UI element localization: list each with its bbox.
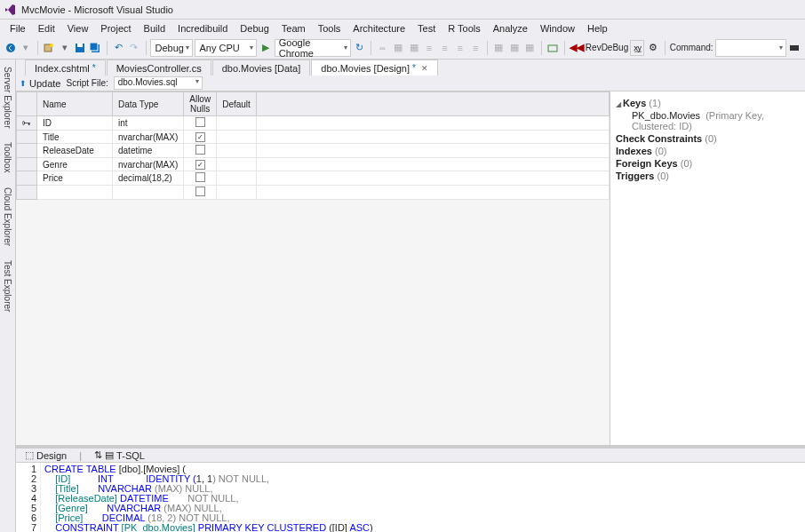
keys-header[interactable]: Keys xyxy=(623,98,646,108)
menu-rtools[interactable]: R Tools xyxy=(442,23,486,34)
gear-icon[interactable]: ⚙ xyxy=(646,40,659,56)
menu-project[interactable]: Project xyxy=(94,23,137,34)
new-project-icon[interactable] xyxy=(43,40,56,56)
save-icon[interactable] xyxy=(73,40,86,56)
sidetab-test-explorer[interactable]: Test Explorer xyxy=(3,257,12,315)
pk-icon[interactable]: 🗝 xyxy=(17,116,37,131)
col-nulls-header[interactable]: Allow Nulls xyxy=(184,92,217,116)
ext-icon[interactable] xyxy=(546,40,560,56)
cell-type[interactable]: decimal(18,2) xyxy=(113,171,184,186)
menu-window[interactable]: Window xyxy=(534,23,581,34)
checkbox[interactable]: ✓ xyxy=(195,160,205,170)
side-tool-tabs: Server Explorer Toolbox Cloud Explorer T… xyxy=(0,60,16,532)
menu-test[interactable]: Test xyxy=(411,23,442,34)
cell-default[interactable] xyxy=(217,116,257,131)
checkbox[interactable] xyxy=(195,172,205,182)
cell-name[interactable]: Title xyxy=(37,131,113,144)
menu-debug[interactable]: Debug xyxy=(234,23,275,34)
refresh-icon[interactable]: ↻ xyxy=(353,40,366,56)
col-default-header[interactable]: Default xyxy=(217,92,257,116)
triggers-header[interactable]: Triggers xyxy=(616,171,654,181)
tab-movies-data[interactable]: dbo.Movies [Data] xyxy=(212,60,311,75)
foreign-keys-header[interactable]: Foreign Keys xyxy=(616,158,678,169)
cell-name[interactable]: ID xyxy=(37,116,113,131)
undo-icon[interactable]: ↶ xyxy=(112,40,125,56)
checkbox[interactable] xyxy=(195,145,205,155)
menu-help[interactable]: Help xyxy=(581,23,614,34)
sql-icon: ▤ xyxy=(105,449,114,461)
update-button[interactable]: ⬆Update xyxy=(20,78,60,89)
xy-icon[interactable]: x͟y xyxy=(630,40,644,56)
checkbox[interactable]: ✓ xyxy=(195,132,205,142)
command-select[interactable] xyxy=(715,39,786,57)
tab-index-cshtml[interactable]: Index.cshtml* xyxy=(25,60,106,75)
scriptfile-select[interactable]: dbo.Movies.sql xyxy=(114,76,203,90)
cell-type[interactable]: nvarchar(MAX) xyxy=(113,131,184,144)
sidetab-server-explorer[interactable]: Server Explorer xyxy=(3,63,12,131)
cell-name[interactable]: Price xyxy=(37,171,113,186)
b7-icon[interactable]: ▦ xyxy=(492,40,506,56)
menu-tools[interactable]: Tools xyxy=(312,23,347,34)
close-icon[interactable]: ✕ xyxy=(421,64,428,73)
tab-tsql[interactable]: ⇅▤T-SQL xyxy=(89,449,150,461)
nav-fwd-icon[interactable]: ▾ xyxy=(19,40,32,56)
sql-code[interactable]: CREATE TABLE [dbo].[Movies] ( [ID] INT I… xyxy=(41,463,805,532)
tab-moviescontroller[interactable]: MoviesController.cs xyxy=(107,60,211,75)
tab-design[interactable]: ⬚Design xyxy=(20,449,72,461)
b8-icon[interactable]: ▦ xyxy=(507,40,521,56)
revdebug-rewind-icon[interactable]: ◀◀ xyxy=(570,40,584,56)
revdebug-label[interactable]: RevDeBug xyxy=(586,43,628,52)
sidetab-cloud-explorer[interactable]: Cloud Explorer xyxy=(3,184,12,250)
check-constraints-header[interactable]: Check Constraints xyxy=(616,133,702,144)
sql-editor[interactable]: 12345678910 CREATE TABLE [dbo].[Movies] … xyxy=(16,463,805,532)
redo-icon[interactable]: ↷ xyxy=(127,40,140,56)
checkbox[interactable] xyxy=(195,117,205,127)
vs-logo-icon xyxy=(4,4,16,16)
menubar: File Edit View Project Build Incredibuil… xyxy=(0,20,805,36)
browser-select[interactable]: Google Chrome xyxy=(275,39,351,57)
cell-default[interactable] xyxy=(217,158,257,171)
b6-icon[interactable]: ≡ xyxy=(468,40,482,56)
col-type-header[interactable]: Data Type xyxy=(113,92,184,116)
config-select[interactable]: Debug xyxy=(150,39,193,57)
menu-incredibuild[interactable]: Incredibuild xyxy=(171,23,234,34)
platform-select[interactable]: Any CPU xyxy=(195,39,257,57)
tab-movies-design[interactable]: dbo.Movies [Design]*✕ xyxy=(311,60,438,75)
update-icon: ⬆ xyxy=(20,79,27,88)
cell-default[interactable] xyxy=(217,131,257,144)
save-all-icon[interactable] xyxy=(89,40,102,56)
table-row: Title nvarchar(MAX) ✓ xyxy=(17,131,610,144)
b5-icon[interactable]: ≡ xyxy=(453,40,466,56)
nav-back-icon[interactable] xyxy=(4,40,17,56)
b1-icon[interactable]: ▦ xyxy=(392,40,405,56)
b3-icon[interactable]: ≡ xyxy=(422,40,435,56)
cell-default[interactable] xyxy=(217,171,257,186)
cell-name[interactable]: Genre xyxy=(37,158,113,171)
cell-type[interactable]: nvarchar(MAX) xyxy=(113,158,184,171)
checkbox[interactable] xyxy=(195,187,205,196)
columns-grid[interactable]: Name Data Type Allow Nulls Default 🗝 ID … xyxy=(16,91,610,445)
b4-icon[interactable]: ≡ xyxy=(438,40,451,56)
b9-icon[interactable]: ▦ xyxy=(522,40,536,56)
menu-file[interactable]: File xyxy=(4,23,32,34)
menu-architecture[interactable]: Architecture xyxy=(347,23,411,34)
sidetab-toolbox[interactable]: Toolbox xyxy=(3,139,12,176)
menu-view[interactable]: View xyxy=(61,23,95,34)
col-name-header[interactable]: Name xyxy=(37,92,113,116)
cell-type[interactable]: int xyxy=(113,116,184,131)
find-icon[interactable]: ⎓ xyxy=(376,40,389,56)
cell-default[interactable] xyxy=(217,144,257,158)
menu-team[interactable]: Team xyxy=(275,23,312,34)
b2-icon[interactable]: ▦ xyxy=(407,40,420,56)
cell-type[interactable]: datetime xyxy=(113,144,184,158)
cmd-go-icon[interactable] xyxy=(788,40,801,56)
pk-item[interactable]: PK_dbo.Movies xyxy=(632,110,700,121)
collapse-icon[interactable]: ◢ xyxy=(616,100,623,108)
cell-name[interactable]: ReleaseDate xyxy=(37,144,113,158)
start-button[interactable]: ▶ xyxy=(259,40,272,56)
open-icon[interactable]: ▾ xyxy=(58,40,71,56)
menu-build[interactable]: Build xyxy=(138,23,171,34)
menu-edit[interactable]: Edit xyxy=(32,23,61,34)
menu-analyze[interactable]: Analyze xyxy=(487,23,534,34)
indexes-header[interactable]: Indexes xyxy=(616,146,652,156)
